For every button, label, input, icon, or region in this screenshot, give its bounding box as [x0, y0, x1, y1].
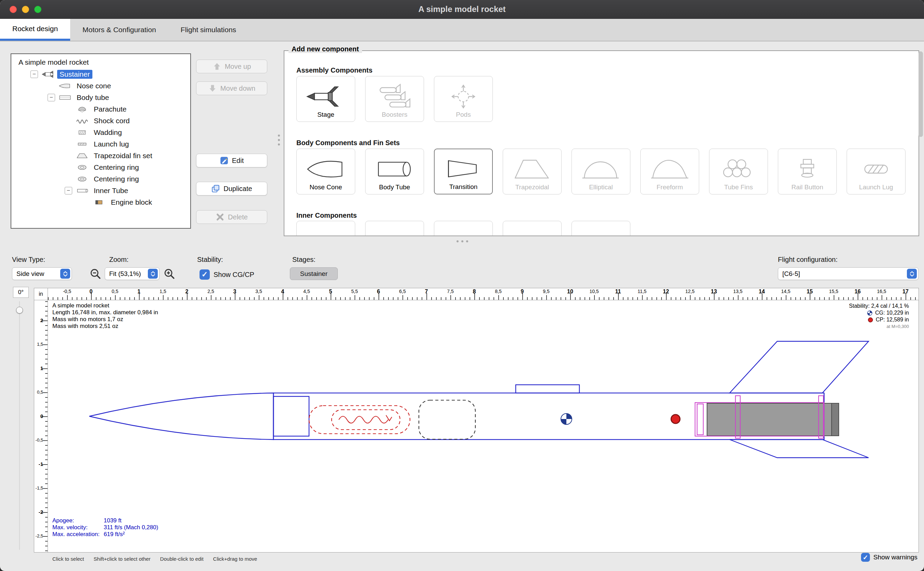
arrow-down-icon [208, 84, 217, 93]
ruler-tick [891, 297, 892, 300]
fullscreen-button[interactable] [34, 6, 42, 13]
ruler-tick [915, 297, 916, 300]
close-button[interactable] [9, 6, 17, 13]
ruler-tick [651, 297, 652, 300]
panel-resize-handle-icon[interactable] [456, 240, 468, 242]
ruler-tick [196, 297, 197, 300]
ruler-tick [383, 297, 384, 300]
edit-button[interactable]: Edit [196, 154, 267, 167]
tree-item-label: Wadding [91, 128, 124, 137]
tree-item-label: Inner Tube [91, 186, 130, 195]
view-type-select[interactable]: Side view [12, 267, 72, 280]
ruler-label: 8,5 [495, 289, 501, 294]
ruler-label: 15,5 [829, 289, 838, 294]
nose-cone-shape [89, 393, 273, 440]
add-transition-card[interactable]: Transition [434, 148, 493, 194]
rocket-drawing-area[interactable]: A simple model rocketLength 16,748 in, m… [48, 300, 918, 552]
ruler-unit: in [34, 288, 48, 300]
ruler-tick [45, 517, 48, 518]
ruler-tick [742, 297, 743, 300]
ruler-label: 7 [425, 289, 428, 295]
engine-block-shape [697, 404, 703, 435]
trapezoidal-icon [512, 156, 552, 182]
expander-icon[interactable]: − [65, 187, 72, 194]
ruler-tick [45, 412, 48, 412]
tree-item-wadding[interactable]: Wadding [11, 127, 190, 138]
ruler-label: 0 [90, 289, 93, 295]
rotation-slider-knob[interactable] [16, 307, 23, 313]
zoom-in-button[interactable] [163, 268, 175, 280]
tree-item-shock-cord[interactable]: Shock cord [11, 115, 190, 127]
add-component-card[interactable] [296, 221, 355, 236]
ruler-tick [240, 297, 240, 300]
shock-cord-marker [386, 415, 392, 421]
ruler-tick [148, 297, 149, 300]
tab-rocket-design[interactable]: Rocket design [0, 19, 70, 41]
zoom-out-button[interactable] [90, 268, 101, 280]
tree-item-nose-cone[interactable]: Nose cone [11, 80, 190, 92]
flight-configuration-select[interactable]: [C6-5] [778, 267, 918, 280]
add-body-tube-card[interactable]: Body Tube [365, 148, 424, 194]
ruler-label: 14 [759, 289, 765, 295]
ruler-tick [259, 295, 259, 300]
ruler-tick [45, 445, 48, 446]
tree-item-launch-lug[interactable]: Launch lug [11, 138, 190, 150]
tree-item-label: Nose cone [74, 82, 113, 90]
card-label: Stage [317, 111, 334, 119]
ruler-tick [211, 295, 211, 300]
ruler-label: 11 [615, 289, 621, 295]
tree-item-inner-tube[interactable]: −Inner Tube [11, 185, 190, 196]
centering-ring-icon [75, 164, 91, 171]
ruler-label: 4 [281, 289, 284, 295]
tree-item-engine-block[interactable]: Engine block [11, 196, 190, 208]
add-nose-cone-card[interactable]: Nose Cone [296, 148, 355, 194]
expander-icon[interactable]: − [48, 94, 55, 101]
scrollbar-thumb[interactable] [918, 51, 923, 137]
add-component-card[interactable] [365, 221, 424, 236]
stage-button-sustainer[interactable]: Sustainer [290, 267, 338, 280]
ruler-tick [45, 474, 48, 474]
ruler-label: -0,5 [63, 289, 71, 294]
tree-item-root[interactable]: A simple model rocket [11, 56, 190, 68]
expander-icon[interactable]: − [31, 71, 38, 78]
tab-flight-simulations[interactable]: Flight simulations [168, 19, 248, 41]
flight-stat-row: Max. velocity:311 ft/s (Mach 0,280) [52, 524, 158, 531]
rocket-canvas[interactable]: in -0,500,511,522,533,544,555,566,577,58… [34, 288, 919, 552]
ruler-tick [45, 407, 48, 407]
ruler-tick [48, 297, 49, 300]
tree-item-parachute[interactable]: Parachute [11, 103, 190, 115]
minimize-button[interactable] [22, 6, 29, 13]
ruler-tick [470, 297, 470, 300]
add-component-card[interactable] [571, 221, 630, 236]
ruler-tick [676, 297, 676, 300]
add-component-card[interactable] [503, 221, 562, 236]
tab-motors-configuration[interactable]: Motors & Configuration [70, 19, 168, 41]
zoom-select[interactable]: Fit (53,1%) [105, 267, 160, 280]
add-component-card[interactable] [434, 221, 493, 236]
centering-ring-icon [75, 175, 91, 183]
ruler-label: 16 [855, 289, 861, 295]
ruler-label: 12 [663, 289, 669, 295]
ruler-tick [580, 297, 581, 300]
ruler-tick [96, 297, 97, 300]
tree-item-body-tube[interactable]: −Body tube [11, 92, 190, 103]
zoom-label: Zoom: [109, 256, 129, 264]
show-warnings-checkbox[interactable]: ✓ [861, 553, 870, 562]
move-down-button: Move down [196, 82, 267, 95]
ruler-tick [45, 435, 48, 436]
add-stage-card[interactable]: Stage [296, 76, 355, 122]
ruler-tick [532, 297, 533, 300]
ruler-tick [45, 378, 48, 379]
tree-item-sustainer[interactable]: −Sustainer [11, 68, 190, 80]
splitter-handle-icon[interactable] [278, 134, 280, 145]
show-cgcp-checkbox[interactable]: ✓ [200, 269, 210, 280]
ruler-tick [225, 297, 226, 300]
ruler-tick [77, 297, 77, 300]
duplicate-button[interactable]: Duplicate [196, 182, 267, 196]
ruler-tick [623, 297, 624, 300]
ruler-tick [407, 297, 408, 300]
tree-item-centering-ring[interactable]: Centering ring [11, 173, 190, 185]
tree-item-centering-ring[interactable]: Centering ring [11, 162, 190, 173]
ruler-tick [556, 297, 556, 300]
tree-item-trapezoidal-fin-set[interactable]: Trapezoidal fin set [11, 150, 190, 162]
